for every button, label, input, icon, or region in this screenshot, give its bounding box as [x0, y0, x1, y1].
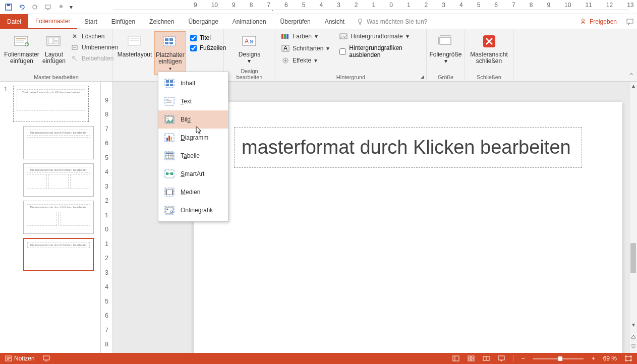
collapse-ribbon-icon[interactable]: ⌃ — [629, 72, 634, 79]
save-icon[interactable] — [3, 2, 14, 13]
master-layout-button[interactable]: Masterlayout — [117, 31, 152, 60]
svg-rect-56 — [166, 80, 169, 82]
group-label-design: Design bearbeiten — [228, 67, 271, 80]
footers-checkbox[interactable]: Fußzeilen — [188, 43, 228, 52]
comments-icon[interactable] — [623, 14, 637, 29]
svg-rect-1 — [7, 4, 10, 6]
svg-point-28 — [73, 56, 75, 59]
delete-icon: ✕ — [71, 32, 79, 40]
effects-button[interactable]: Effekte ▾ — [279, 55, 331, 66]
layout-icon — [46, 33, 62, 49]
share-icon — [580, 18, 587, 25]
background-styles-button[interactable]: Hintergrundformate ▾ — [337, 31, 422, 41]
svg-rect-42 — [284, 34, 286, 39]
redo-icon[interactable] — [29, 2, 40, 13]
insert-placeholder-button[interactable]: Platzhalter einfügen ▼ — [154, 31, 186, 75]
content-icon — [164, 78, 175, 82]
masterlayout-icon — [127, 33, 143, 49]
placeholder-icon — [162, 34, 178, 50]
preserve-button[interactable]: Beibehalten — [69, 53, 120, 64]
colors-button[interactable]: Farben ▾ — [279, 31, 331, 41]
svg-rect-41 — [281, 34, 283, 39]
tab-animationen[interactable]: Animationen — [225, 14, 273, 29]
tab-start[interactable]: Start — [77, 14, 104, 29]
svg-rect-36 — [165, 42, 168, 44]
tab-einfuegen[interactable]: Einfügen — [104, 14, 142, 29]
tab-uebergaenge[interactable]: Übergänge — [181, 14, 225, 29]
horizontal-ruler: 9109876543210123456789101112131415161718 — [113, 0, 629, 10]
svg-rect-49 — [440, 37, 451, 44]
svg-rect-14 — [627, 19, 633, 23]
rename-icon — [71, 43, 79, 51]
lightbulb-icon — [357, 18, 364, 25]
svg-text:A: A — [283, 45, 287, 52]
start-from-beginning-icon[interactable] — [42, 2, 53, 13]
tab-folienmaster[interactable]: Folienmaster — [28, 14, 77, 29]
svg-rect-37 — [169, 42, 173, 44]
close-master-icon — [481, 33, 497, 49]
dd-item-inhalt[interactable]: Inhalt — [158, 74, 228, 82]
group-label-master-bearbeiten: Master bearbeiten — [4, 73, 108, 80]
svg-point-10 — [358, 19, 362, 22]
share-button[interactable]: Freigeben — [573, 14, 623, 29]
themes-button[interactable]: Aa Designs▾ — [232, 31, 267, 67]
touch-mouse-icon[interactable] — [55, 2, 67, 13]
svg-rect-34 — [165, 38, 168, 41]
svg-rect-30 — [128, 36, 140, 45]
rename-button[interactable]: Umbenennen — [69, 42, 120, 52]
tab-ueberpruefen[interactable]: Überprüfen — [273, 14, 318, 29]
group-label-schliessen: Schließen — [469, 73, 509, 80]
svg-text:A: A — [245, 38, 249, 45]
svg-rect-3 — [45, 5, 50, 9]
qat-dropdown-icon[interactable]: ▾ — [69, 2, 74, 13]
themes-icon: Aa — [242, 33, 258, 49]
insert-slide-master-button[interactable]: Folienmaster einfügen — [4, 31, 39, 67]
tab-ansicht[interactable]: Ansicht — [318, 14, 352, 29]
tab-file[interactable]: Datei — [0, 14, 28, 29]
title-checkbox[interactable]: Titel — [188, 33, 228, 42]
effects-icon — [281, 56, 289, 65]
svg-point-13 — [582, 19, 584, 21]
slide-size-icon — [438, 33, 454, 49]
pin-icon — [71, 54, 79, 63]
colors-icon — [281, 32, 289, 40]
slide-master-icon — [14, 33, 30, 49]
tab-zeichnen[interactable]: Zeichnen — [142, 14, 181, 29]
fonts-button[interactable]: ASchriftarten ▾ — [279, 43, 331, 53]
svg-rect-35 — [169, 38, 173, 41]
insert-layout-button[interactable]: Layout einfügen — [41, 31, 67, 67]
undo-icon[interactable] — [16, 2, 27, 13]
svg-point-47 — [284, 59, 286, 62]
svg-rect-33 — [163, 37, 176, 46]
dialog-launcher-icon[interactable]: ◢ — [421, 74, 424, 79]
slide-size-button[interactable]: Foliengröße▾ — [428, 31, 462, 67]
hide-bg-graphics-checkbox[interactable]: Hintergrundgrafiken ausblenden — [337, 43, 422, 59]
tell-me-input[interactable]: Was möchten Sie tun? — [352, 14, 432, 29]
background-icon — [339, 32, 348, 40]
svg-line-29 — [75, 58, 77, 60]
group-label-groesse: Größe — [431, 73, 460, 80]
delete-button[interactable]: ✕Löschen — [69, 31, 120, 41]
svg-rect-16 — [16, 38, 26, 39]
close-master-view-button[interactable]: Masteransicht schließen — [469, 31, 509, 67]
fonts-icon: A — [281, 44, 289, 52]
svg-rect-57 — [170, 80, 173, 82]
group-label-hintergrund: Hintergrund — [279, 73, 422, 80]
svg-text:a: a — [250, 38, 253, 45]
svg-rect-43 — [286, 34, 288, 39]
placeholder-dropdown: Inhalt Text Bild Diagramm Tabelle SmartA… — [158, 72, 228, 82]
